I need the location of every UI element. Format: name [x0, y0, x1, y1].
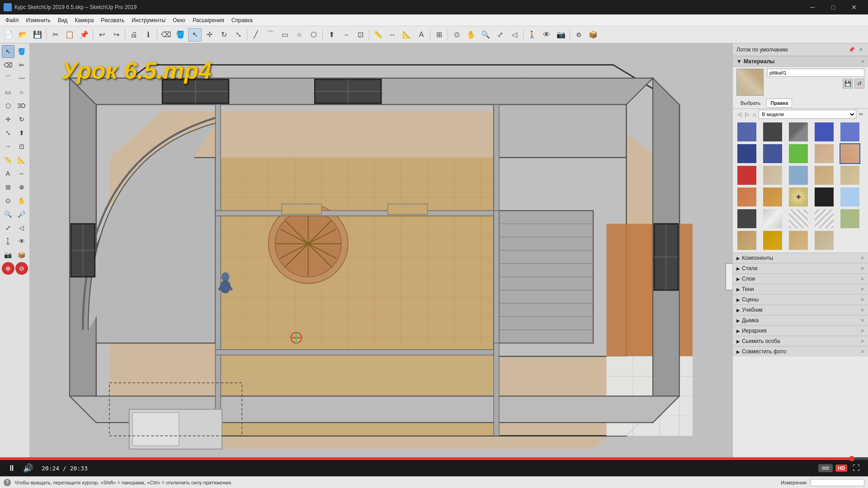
tool-pan2[interactable]: ✋	[15, 194, 28, 207]
toolbar-undo[interactable]: ↩	[95, 28, 108, 42]
material-cell-14[interactable]	[840, 165, 860, 186]
tool-component[interactable]: 📦	[15, 249, 28, 261]
material-cell-2[interactable]	[788, 122, 809, 142]
panel-pin-button[interactable]: 📌	[846, 46, 857, 54]
material-cell-24[interactable]	[840, 208, 860, 229]
section-components-header[interactable]: ▶ Компоненты ✕	[733, 253, 868, 263]
section-hierarchy-header[interactable]: ▶ Иерархия ✕	[733, 326, 868, 336]
tool-protractor2[interactable]: 📐	[15, 154, 28, 166]
material-cell-6[interactable]	[762, 143, 783, 164]
materials-nav-home[interactable]: ⌂	[752, 110, 757, 118]
materials-edit-icon[interactable]: ✏	[858, 110, 864, 118]
close-button[interactable]: ✕	[844, 0, 864, 14]
materials-nav-back[interactable]: ◁	[736, 110, 742, 118]
tool-arc[interactable]: ⌒	[2, 72, 14, 85]
toolbar-open[interactable]: 📂	[16, 28, 30, 42]
section-fog-header[interactable]: ▶ Дымка ✕	[733, 315, 868, 325]
section-styles-header[interactable]: ▶ Стили ✕	[733, 263, 868, 273]
toolbar-look-around[interactable]: 👁	[540, 28, 553, 42]
materials-section-header[interactable]: ▼ Материалы ×	[733, 56, 868, 67]
toolbar-section-plane[interactable]: ⊞	[432, 28, 446, 42]
section-match-photo-header[interactable]: ▶ Совместить фото ✕	[733, 347, 868, 357]
toolbar-select[interactable]: ↖	[188, 28, 202, 42]
menu-window[interactable]: Окно	[169, 16, 189, 24]
toolbar-line[interactable]: ╱	[249, 28, 263, 42]
tool-look-around2[interactable]: 👁	[15, 235, 28, 248]
material-cell-15[interactable]	[736, 187, 757, 207]
tool-pushpull[interactable]: ⬆	[15, 127, 28, 139]
tool-offset[interactable]: ⊡	[15, 140, 28, 153]
toolbar-settings[interactable]: ⚙	[572, 28, 585, 42]
tool-freehand[interactable]: 〰	[15, 72, 28, 85]
toolbar-followme[interactable]: →	[339, 28, 353, 42]
materials-tab-edit[interactable]: Правка	[766, 99, 792, 108]
toolbar-prev-view[interactable]: ◁	[508, 28, 521, 42]
toolbar-rectangle[interactable]: ▭	[278, 28, 292, 42]
viewport[interactable]: Урок 6.5.mp4	[30, 43, 732, 457]
toolbar-position-cam[interactable]: 📷	[554, 28, 568, 42]
section-shadows-close[interactable]: ✕	[860, 286, 864, 292]
section-tutorial-header[interactable]: ▶ Учебник ✕	[733, 305, 868, 315]
toolbar-orbit[interactable]: ⊙	[450, 28, 463, 42]
subtitles-button[interactable]	[818, 464, 833, 472]
menu-extensions[interactable]: Расширения	[189, 16, 228, 24]
tool-prev-view2[interactable]: ◁	[15, 221, 28, 234]
tool-pencil[interactable]: ✏	[15, 59, 28, 71]
material-cell-13[interactable]	[814, 165, 835, 186]
material-cell-11[interactable]	[762, 165, 783, 186]
toolbar-rotate[interactable]: ↻	[217, 28, 231, 42]
menu-help[interactable]: Справка	[228, 16, 256, 24]
tool-dimension2[interactable]: ↔	[15, 167, 28, 180]
material-cell-7[interactable]	[788, 143, 809, 164]
tool-move[interactable]: ✛	[2, 113, 14, 126]
tool-zoom-window[interactable]: 🔎	[15, 208, 28, 221]
tool-eraser[interactable]: ⌫	[2, 59, 14, 71]
materials-tab-select[interactable]: Выбрать	[736, 99, 764, 108]
toolbar-circle[interactable]: ○	[292, 28, 306, 42]
material-cell-5[interactable]	[736, 143, 757, 164]
menu-draw[interactable]: Рисовать	[97, 16, 128, 24]
toolbar-print[interactable]: 🖨	[127, 28, 141, 42]
toolbar-scale[interactable]: ⤡	[231, 28, 245, 42]
toolbar-arc[interactable]: ⌒	[264, 28, 277, 42]
toolbar-save[interactable]: 💾	[31, 28, 44, 42]
material-cell-1[interactable]	[762, 122, 783, 142]
material-cell-21[interactable]	[762, 208, 783, 229]
tool-axes2[interactable]: ⊕	[15, 181, 28, 193]
material-cell-23[interactable]	[814, 208, 835, 229]
section-tutorial-close[interactable]: ✕	[860, 307, 864, 313]
toolbar-text[interactable]: A	[415, 28, 428, 42]
material-name-input[interactable]	[767, 69, 864, 77]
material-save-button[interactable]: 💾	[843, 79, 853, 89]
measurement-input[interactable]	[810, 479, 864, 486]
material-cell-8[interactable]	[814, 143, 835, 164]
panel-close-button[interactable]: ×	[858, 46, 864, 54]
toolbar-move[interactable]: ✛	[203, 28, 216, 42]
tool-tape2[interactable]: 📏	[2, 154, 14, 166]
progress-bar[interactable]	[0, 457, 868, 460]
material-cell-17[interactable]: ✦	[788, 187, 809, 207]
menu-tools[interactable]: Инструменты	[128, 16, 169, 24]
toolbar-offset[interactable]: ⊡	[354, 28, 367, 42]
tool-followme[interactable]: →	[2, 140, 14, 153]
toolbar-paint[interactable]: 🪣	[174, 28, 187, 42]
info-button[interactable]: ?	[4, 479, 11, 486]
material-cell-27[interactable]	[788, 230, 809, 251]
toolbar-redo[interactable]: ↪	[109, 28, 123, 42]
toolbar-eraser[interactable]: ⌫	[159, 28, 173, 42]
material-cell-3[interactable]	[814, 122, 835, 142]
tool-rotate[interactable]: ↻	[15, 113, 28, 126]
material-cell-0[interactable]	[736, 122, 757, 142]
tool-orbit2[interactable]: ⊙	[2, 194, 14, 207]
fullscreen-button[interactable]: ⛶	[850, 462, 863, 474]
tool-3dtext[interactable]: 3D	[15, 99, 28, 112]
tool-polygon[interactable]: ⬡	[2, 99, 14, 112]
material-cell-16[interactable]	[762, 187, 783, 207]
tool-select[interactable]: ↖	[2, 45, 14, 58]
toolbar-zoom[interactable]: 🔍	[479, 28, 492, 42]
toolbar-pan[interactable]: ✋	[464, 28, 478, 42]
material-cell-20[interactable]	[736, 208, 757, 229]
hd-badge[interactable]: HD	[835, 465, 847, 472]
toolbar-model-info[interactable]: ℹ	[142, 28, 155, 42]
tool-walk2[interactable]: 🚶	[2, 235, 14, 248]
